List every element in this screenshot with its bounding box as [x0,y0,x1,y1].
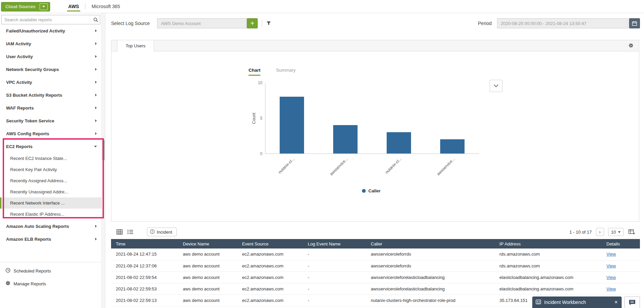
chart-options-dropdown[interactable] [490,80,502,92]
cell-time: 2021-08-24 12:37:06 [111,260,178,271]
sidebar-item-network-security-groups[interactable]: Network Security Groups [0,63,102,76]
legend-label: Caller [368,188,381,193]
chevron-right-icon [95,225,97,228]
export-table-icon[interactable] [628,229,636,235]
grid-view-icon[interactable] [116,229,123,235]
table-row[interactable]: 2021-08-24 12:47:15aws demo accountec2.a… [111,248,640,260]
scrollbar-thumb[interactable] [102,140,105,161]
add-log-source-button[interactable]: + [247,18,258,28]
x-axis-label: nutanix-cl... [384,157,402,174]
cell-device: aws demo account [178,260,237,271]
sidebar-item-amazon-auto-scaling-reports[interactable]: Amazon Auto Scaling Reports [0,220,102,233]
sidebar-item-amazon-elb-reports[interactable]: Amazon ELB Reports [0,233,102,245]
view-details-link[interactable]: View [606,275,616,280]
view-tab-chart[interactable]: Chart [249,68,260,76]
tab-aws[interactable]: AWS [67,0,81,13]
col-header-details[interactable]: Details [602,239,640,248]
sidebar-item-failed-unauthorized-activity[interactable]: Failed/Unauthorized Activity [0,24,102,37]
x-axis-label: awsservice... [329,157,349,176]
view-details-link[interactable]: View [606,263,616,268]
col-header-ip-address[interactable]: IP Address [495,239,602,248]
table-row[interactable]: 2021-08-24 12:37:06aws demo accountec2.a… [111,260,640,271]
search-input[interactable] [2,17,91,22]
next-page-button[interactable]: › [596,228,604,236]
chevron-right-icon [95,119,97,122]
tab-microsoft-365[interactable]: Microsoft 365 [90,0,121,13]
sidebar-item-ec2-reports[interactable]: EC2 Reports [0,140,102,153]
bar-awsservice-3[interactable] [440,139,465,153]
sidebar-item-recent-ec2-instance-state[interactable]: Recent EC2 Instance State... [0,153,102,164]
col-header-event-source[interactable]: Event Source [237,239,303,248]
chat-button[interactable] [624,297,640,308]
cell-device: aws demo account [178,271,237,283]
sidebar-item-manage-reports[interactable]: Manage Reports [0,277,102,290]
gear-icon[interactable] [628,43,634,49]
bar-nutanix-cl-0[interactable] [280,97,304,153]
chart-legend[interactable]: Caller [362,188,381,193]
search-icon[interactable] [91,17,100,22]
period-label: Period [478,21,492,26]
col-header-device-name[interactable]: Device Name [178,239,237,248]
sidebar-item-waf-reports[interactable]: WAF Reports [0,101,102,114]
sidebar-item-aws-config-reports[interactable]: AWS Config Reports [0,127,102,140]
sidebar: Failed/Unauthorized ActivityIAM Activity… [0,13,102,308]
sidebar-item-user-activity[interactable]: User Activity [0,50,102,63]
report-search-box[interactable] [1,15,100,24]
sidebar-item-recent-network-interface[interactable]: Recent Network Interface ... [0,197,102,209]
sidebar-item-vpc-activity[interactable]: VPC Activity [0,76,102,89]
period-input[interactable] [497,18,628,28]
log-source-input[interactable] [157,18,246,28]
report-panel: Top Users ChartSummary Count 0510nutanix… [111,40,639,222]
sidebar-item-scheduled-reports[interactable]: Scheduled Reports [0,264,102,277]
close-icon[interactable]: × [615,300,618,305]
sidebar-item-recently-unassigned-addre[interactable]: Recently Unassigned Addre... [0,186,102,197]
bar-nutanix-cl-2[interactable] [387,132,411,153]
list-view-icon[interactable] [127,229,134,235]
calendar-button[interactable] [629,18,640,28]
scheduled-reports-label: Scheduled Reports [14,268,51,274]
sidebar-item-iam-activity[interactable]: IAM Activity [0,37,102,50]
view-tab-summary[interactable]: Summary [276,68,296,76]
sidebar-item-label: AWS Config Reports [6,131,95,136]
incident-button[interactable]: Incident [147,228,177,236]
sidebar-item-security-token-service[interactable]: Security Token Service [0,114,102,127]
y-axis-line [265,83,265,154]
cell-ip: elasticloadbalancing.amazonaws.com [495,271,602,283]
grid-toolbar: Incident 1 - 10 of 17 › 10 [111,226,639,238]
sidebar-item-s3-bucket-activity-reports[interactable]: S3 Bucket Activity Reports [0,89,102,101]
col-header-time[interactable]: Time [111,239,178,248]
cell-device: aws demo account [178,248,237,260]
tab-top-users[interactable]: Top Users [117,40,154,51]
table-row[interactable]: 2021-08-02 22:59:54aws demo accountec2.a… [111,271,640,283]
page-size-dropdown[interactable]: 10 [608,228,624,236]
table-row[interactable]: 2021-08-02 22:59:53aws demo accountec2.a… [111,283,640,294]
table-header-row: TimeDevice NameEvent SourceLog Event Nam… [111,239,640,248]
sidebar-item-label: Security Token Service [6,118,95,123]
col-header-log-event-name[interactable]: Log Event Name [303,239,366,248]
chart-view-tabs: ChartSummary [249,68,296,76]
y-tick-label: 5 [254,116,262,121]
filters-row: Select Log Source + Period [105,13,644,32]
sidebar-item-label: Failed/Unauthorized Activity [6,28,95,33]
view-details-link[interactable]: View [606,252,616,257]
col-header-caller[interactable]: Caller [366,239,495,248]
chevron-right-icon [95,238,97,240]
sidebar-item-label: VPC Activity [6,80,95,85]
legend-swatch [362,189,366,193]
pagination-range: 1 - 10 of 17 [570,230,592,235]
gear-icon [5,281,10,287]
chevron-down-icon[interactable] [40,3,48,10]
sidebar-item-recent-key-pair-activity[interactable]: Recent Key Pair Activity [0,164,102,175]
x-axis-label: nutanix-cl... [277,157,295,174]
cell-details: View [602,260,640,271]
view-details-link[interactable]: View [606,286,616,291]
sidebar-item-recent-elastic-ip-address[interactable]: Recent Elastic IP Address... [0,209,102,220]
sidebar-scrollbar[interactable] [102,13,105,308]
sidebar-item-recently-assigned-address[interactable]: Recently Assigned Address... [0,175,102,186]
cloud-sources-button[interactable]: Cloud Sources [1,2,50,11]
bar-awsservice-1[interactable] [333,125,358,153]
incident-workbench-bar[interactable]: Incident Workbench × [532,297,622,308]
source-tabs: AWSMicrosoft 365 [67,0,122,13]
cell-ip: rds.amazonaws.com [495,260,602,271]
filter-icon[interactable] [266,21,271,26]
